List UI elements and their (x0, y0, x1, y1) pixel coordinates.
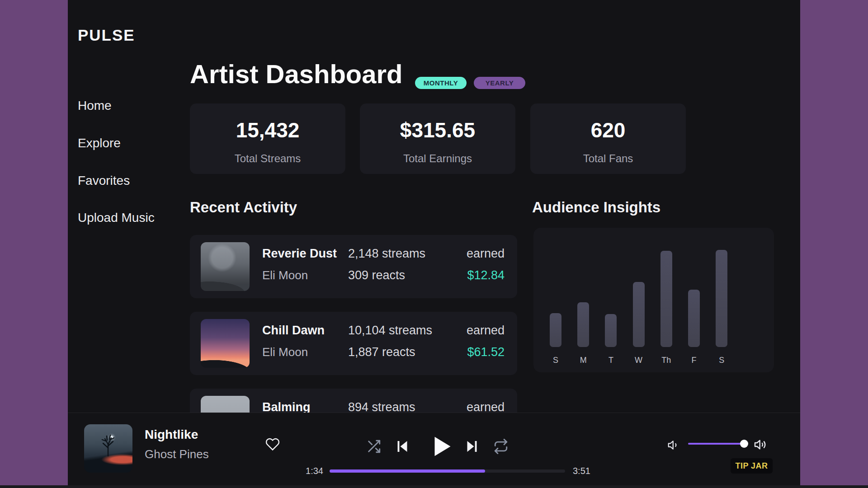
insight-bar-s-0: S (550, 228, 561, 372)
bar (716, 250, 727, 347)
stat-card-total-fans: 620 Total Fans (530, 103, 686, 174)
album-art (201, 319, 250, 368)
insight-bar-w-3: W (633, 228, 645, 372)
track-reacts: 1,887 reacts (348, 345, 415, 359)
track-title: Chill Dawn (262, 324, 325, 338)
favorite-heart-icon[interactable] (265, 436, 280, 452)
bar-label: S (716, 356, 727, 365)
insight-bar-s-6: S (716, 228, 727, 372)
volume-slider[interactable] (688, 443, 748, 445)
stat-card-total-earnings: $315.65 Total Earnings (360, 103, 515, 174)
recent-activity-heading: Recent Activity (190, 199, 297, 216)
bar-label: W (633, 356, 645, 365)
album-art (201, 242, 250, 291)
earned-label: earned (467, 247, 505, 261)
monthly-toggle-badge[interactable]: MONTHLY (415, 77, 467, 89)
progress-bar[interactable] (330, 469, 565, 473)
track-reacts: 309 reacts (348, 268, 405, 282)
stat-value: 620 (530, 118, 686, 142)
bar-label: F (688, 356, 700, 365)
bar (688, 290, 700, 347)
earned-label: earned (467, 324, 505, 338)
bar-label: Th (660, 356, 672, 365)
activity-row[interactable]: Chill Dawn Eli Moon 10,104 streams 1,887… (190, 312, 517, 375)
elapsed-time: 1:34 (296, 466, 323, 476)
sidebar-item-upload-music[interactable]: Upload Music (78, 211, 155, 225)
stat-label: Total Streams (190, 152, 345, 165)
now-playing-title: Nightlike (145, 427, 198, 442)
track-artist: Eli Moon (262, 345, 308, 359)
earned-amount: $61.52 (467, 345, 505, 359)
play-icon[interactable] (427, 433, 454, 460)
volume-high-icon[interactable] (753, 437, 768, 452)
insight-bar-m-1: M (577, 228, 589, 372)
sidebar-item-explore[interactable]: Explore (78, 136, 121, 150)
app-logo: PULSE (78, 26, 135, 44)
insight-bar-f-5: F (688, 228, 700, 372)
next-track-icon[interactable] (464, 438, 480, 455)
tip-jar-button[interactable]: TIP JAR (731, 458, 773, 474)
stat-value: 15,432 (190, 118, 345, 142)
stat-label: Total Earnings (360, 152, 515, 165)
page-title: Artist Dashboard (190, 59, 403, 89)
sidebar-item-home[interactable]: Home (78, 99, 112, 113)
bar (660, 251, 672, 347)
app-window: PULSE Home Explore Favorites Upload Musi… (68, 0, 800, 485)
progress-fill (330, 469, 485, 473)
now-playing-album-art (84, 424, 132, 473)
audience-insights-heading: Audience Insights (532, 199, 660, 216)
bar (605, 314, 617, 347)
stat-value: $315.65 (360, 118, 515, 142)
shuffle-icon[interactable] (366, 439, 382, 454)
yearly-toggle-badge[interactable]: YEARLY (474, 77, 525, 89)
volume-knob[interactable] (740, 440, 748, 448)
track-title: Reverie Dust (262, 247, 337, 261)
audience-insights-chart: SMTWThFS (533, 228, 774, 372)
stat-card-total-streams: 15,432 Total Streams (190, 103, 345, 174)
insight-bar-t-2: T (605, 228, 617, 372)
player-bar: Nightlike Ghost Pines (68, 413, 800, 485)
bar (577, 302, 589, 347)
bar-label: S (550, 356, 561, 365)
volume-fill (688, 443, 744, 445)
bar-label: T (605, 356, 617, 365)
track-streams: 2,148 streams (348, 247, 425, 261)
volume-low-icon[interactable] (667, 438, 680, 452)
tree-silhouette (96, 432, 120, 457)
bar (633, 282, 645, 347)
screen-bottom-strip (0, 485, 868, 488)
insight-bar-th-4: Th (660, 228, 672, 372)
bar (550, 313, 561, 347)
activity-row[interactable]: Reverie Dust Eli Moon 2,148 streams 309 … (190, 235, 517, 298)
repeat-icon[interactable] (493, 439, 509, 454)
earned-amount: $12.84 (467, 268, 505, 282)
now-playing-artist: Ghost Pines (145, 447, 209, 461)
track-artist: Eli Moon (262, 268, 308, 282)
duration-time: 3:51 (573, 466, 590, 476)
track-streams: 10,104 streams (348, 324, 432, 338)
previous-track-icon[interactable] (394, 438, 410, 455)
sidebar-item-favorites[interactable]: Favorites (78, 174, 130, 188)
bar-label: M (577, 356, 589, 365)
stat-label: Total Fans (530, 152, 686, 165)
